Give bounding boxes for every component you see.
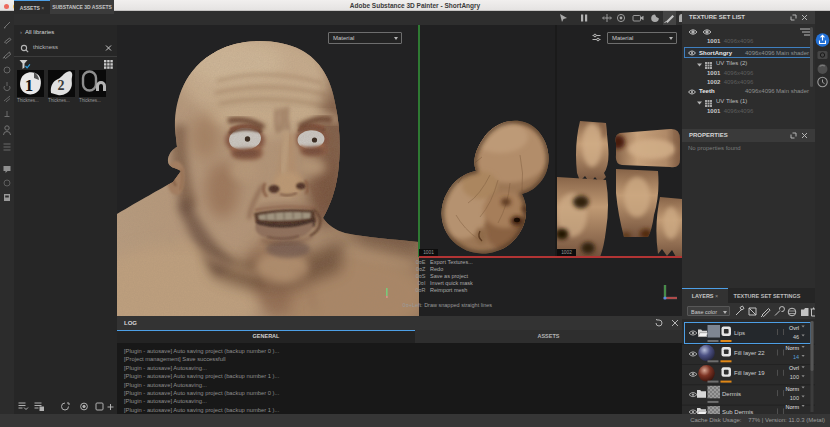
svg-text:100: 100 (790, 395, 799, 401)
svg-text:Lips: Lips (734, 330, 745, 336)
svg-text:2: 2 (58, 78, 65, 93)
svg-text:Norm: Norm (786, 404, 800, 410)
svg-text:Fill layer 22: Fill layer 22 (734, 350, 765, 356)
svg-text:Norm: Norm (786, 345, 800, 351)
svg-text:Dermis: Dermis (722, 391, 741, 397)
svg-text:Norm: Norm (786, 386, 800, 392)
svg-text:100: 100 (790, 374, 799, 380)
svg-text:Fill layer 19: Fill layer 19 (734, 370, 765, 376)
svg-text:14: 14 (793, 354, 799, 360)
svg-text:Ovrl: Ovrl (789, 365, 799, 371)
svg-text:46: 46 (793, 334, 799, 340)
svg-text:Ovrl: Ovrl (789, 325, 799, 331)
svg-text:1: 1 (25, 76, 34, 95)
